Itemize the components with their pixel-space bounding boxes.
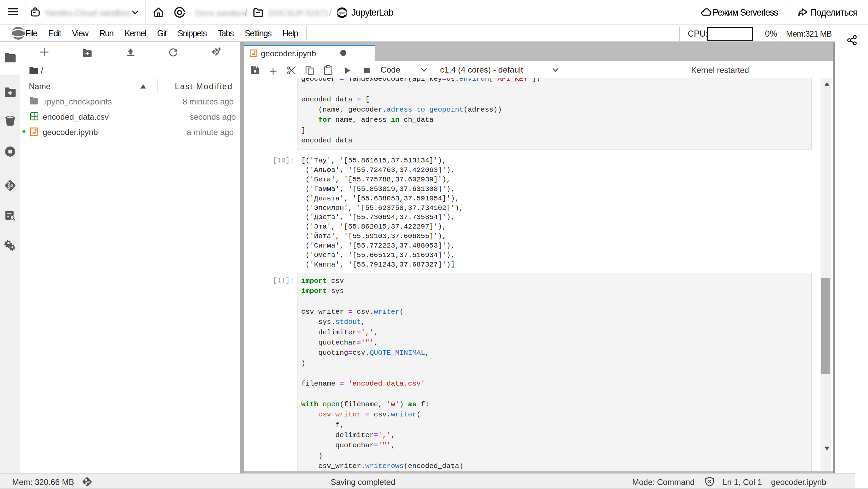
svg-text:jupyter: jupyter (338, 11, 346, 15)
